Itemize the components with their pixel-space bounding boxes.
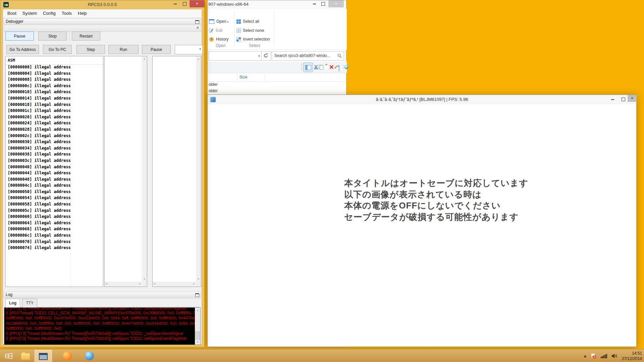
asm-row[interactable]: [0000006c] illegal address bbox=[6, 233, 103, 239]
file-list-item[interactable]: older bbox=[208, 81, 348, 88]
explorer-minimize-button[interactable] bbox=[310, 0, 318, 7]
search-input[interactable]: Search rpcs3-ab0a907-windo... bbox=[272, 51, 344, 61]
properties-icon[interactable] bbox=[339, 65, 339, 71]
address-dropdown-icon[interactable]: ▾ bbox=[258, 54, 260, 58]
explorer-titlebar[interactable]: 907-windows-x86-64 × bbox=[208, 0, 346, 9]
ribbon-select-all-button[interactable]: Select all bbox=[236, 18, 259, 25]
classic-shell-icon[interactable] bbox=[344, 65, 348, 69]
menu-item[interactable]: Help bbox=[75, 9, 90, 17]
asm-row[interactable]: [00000068] illegal address bbox=[6, 227, 103, 233]
menu-item[interactable]: System bbox=[19, 9, 40, 17]
go-to-address-button[interactable]: Go To Address bbox=[6, 45, 39, 54]
asm-row[interactable]: [00000048] illegal address bbox=[6, 177, 103, 183]
go-to-pc-button[interactable]: Go To PC bbox=[43, 45, 72, 54]
address-bar[interactable]: ▾ bbox=[208, 51, 262, 61]
thread-selector-dropdown[interactable]: ▾ bbox=[175, 45, 203, 54]
asm-row[interactable]: [00000024] illegal address bbox=[6, 121, 103, 127]
game-close-button[interactable]: × bbox=[628, 95, 637, 102]
asm-row[interactable]: [0000000c] illegal address bbox=[6, 83, 103, 90]
game-minimize-button[interactable] bbox=[607, 96, 618, 103]
rpcs3-maximize-button[interactable] bbox=[180, 0, 189, 7]
file-list-item[interactable]: older bbox=[208, 88, 348, 94]
asm-row[interactable]: [00000034] illegal address bbox=[6, 146, 103, 152]
dock-float-icon[interactable] bbox=[195, 293, 199, 297]
refresh-button[interactable] bbox=[261, 51, 271, 61]
asm-row[interactable]: [00000058] illegal address bbox=[6, 202, 103, 208]
explorer-close-button[interactable]: × bbox=[328, 0, 344, 7]
explorer-maximize-button[interactable] bbox=[319, 0, 327, 7]
rpcs3-titlebar[interactable]: RPCS3 0.0.0.5 × bbox=[0, 0, 204, 9]
log-console[interactable]: E {PPU[73] Thread (MultiStream PU Thread… bbox=[4, 307, 201, 345]
asm-row[interactable]: [00000018] illegal address bbox=[6, 102, 103, 109]
asm-row[interactable]: [00000044] illegal address bbox=[6, 171, 103, 177]
tab-tty[interactable]: TTY bbox=[22, 299, 37, 308]
ribbon-select-none-button[interactable]: Select none bbox=[236, 27, 264, 34]
asm-row[interactable]: [00000004] illegal address bbox=[6, 71, 103, 77]
taskbar-explorer-button[interactable] bbox=[19, 349, 32, 362]
vertical-scrollbar[interactable]: ▴▾ bbox=[196, 56, 201, 282]
preview-pane-button[interactable] bbox=[303, 63, 313, 72]
asm-row[interactable]: [00000030] illegal address bbox=[6, 139, 103, 146]
game-maximize-button[interactable] bbox=[618, 96, 628, 103]
log-scrollbar[interactable]: ▴ ▾ bbox=[195, 308, 200, 345]
asm-row[interactable]: [0000004c] illegal address bbox=[6, 183, 103, 189]
asm-row[interactable]: [0000003c] illegal address bbox=[6, 158, 103, 165]
stop-button[interactable]: Stop bbox=[38, 32, 67, 41]
asm-row[interactable]: [00000008] illegal address bbox=[6, 77, 103, 83]
asm-row[interactable]: [00000054] illegal address bbox=[6, 195, 103, 202]
asm-row[interactable]: [0000005c] illegal address bbox=[6, 208, 103, 215]
toolbar-drag-handle[interactable] bbox=[301, 64, 302, 70]
asm-row[interactable]: [00000028] illegal address bbox=[6, 127, 103, 133]
file-list-headers[interactable]: Size bbox=[208, 73, 347, 82]
log-dock-header[interactable]: Log bbox=[4, 292, 201, 298]
taskbar-browser-button[interactable] bbox=[83, 349, 96, 362]
tab-log[interactable]: Log bbox=[5, 299, 20, 308]
asm-row[interactable]: [0000001c] illegal address bbox=[6, 108, 103, 115]
ribbon-edit-button[interactable]: Edit bbox=[209, 27, 223, 34]
horizontal-scrollbar[interactable]: ◂▸ bbox=[153, 282, 196, 287]
cut-icon[interactable] bbox=[314, 65, 318, 69]
volume-icon[interactable] bbox=[611, 353, 618, 359]
hidden-icons-chevron[interactable]: ▲ bbox=[584, 354, 586, 358]
menu-item[interactable]: Config bbox=[40, 9, 59, 17]
ribbon-open-button[interactable]: Open bbox=[209, 18, 228, 25]
action-center-flag-icon[interactable] bbox=[591, 353, 596, 359]
rpcs3-minimize-button[interactable] bbox=[171, 0, 179, 7]
start-button[interactable] bbox=[2, 349, 15, 362]
asm-list[interactable]: [00000000] illegal address[00000004] ill… bbox=[6, 65, 103, 287]
menu-item[interactable]: Tools bbox=[59, 9, 75, 17]
asm-row[interactable]: [00000038] illegal address bbox=[6, 152, 103, 158]
search-icon[interactable] bbox=[337, 54, 342, 58]
asm-row[interactable]: [00000060] illegal address bbox=[6, 214, 103, 221]
restart-button[interactable]: Restart bbox=[72, 32, 100, 41]
step-button[interactable]: Step bbox=[76, 45, 105, 54]
ribbon-history-button[interactable]: History bbox=[209, 36, 228, 43]
column-header-size[interactable]: Size bbox=[239, 73, 247, 81]
pause-button-2[interactable]: Pause bbox=[142, 45, 171, 54]
asm-row[interactable]: [00000064] illegal address bbox=[6, 221, 103, 227]
debugger-dock-header[interactable]: Debugger bbox=[4, 18, 201, 25]
dock-float-icon[interactable] bbox=[195, 20, 199, 24]
asm-row[interactable]: [00000074] illegal address bbox=[6, 245, 103, 252]
asm-row[interactable]: [00000070] illegal address bbox=[6, 239, 103, 246]
scrollbar-thumb[interactable] bbox=[195, 331, 200, 340]
rpcs3-close-button[interactable]: × bbox=[190, 0, 205, 7]
asm-row[interactable]: [0000002c] illegal address bbox=[6, 133, 103, 140]
taskbar-firefox-button[interactable] bbox=[60, 349, 74, 362]
tray-clock[interactable]: 14:51 27/12/2014 bbox=[622, 351, 642, 361]
asm-row[interactable]: [00000010] illegal address bbox=[6, 89, 103, 96]
network-signal-icon[interactable] bbox=[601, 354, 607, 358]
run-button[interactable]: Run bbox=[108, 45, 139, 54]
taskbar-active-app-button[interactable] bbox=[35, 350, 52, 362]
asm-row[interactable]: [00000020] illegal address bbox=[6, 115, 103, 121]
horizontal-scrollbar[interactable]: ◂▸ bbox=[105, 282, 142, 287]
vertical-scrollbar[interactable]: ▴▾ bbox=[142, 56, 147, 282]
ribbon-invert-selection-button[interactable]: Invert selection bbox=[236, 36, 270, 43]
asm-row[interactable]: [00000014] illegal address bbox=[6, 96, 103, 102]
dock-close-icon[interactable]: × bbox=[197, 25, 199, 30]
game-titlebar[interactable]: ã·ã‚ˆã·ã‚ˆãƒ†ãƒˆãƒªã‚¹ [BLJM61097] | FPS… bbox=[208, 95, 636, 104]
asm-row[interactable]: [00000000] illegal address bbox=[6, 65, 103, 71]
asm-row[interactable]: [00000040] illegal address bbox=[6, 165, 103, 171]
pause-button[interactable]: Pause bbox=[5, 32, 34, 41]
asm-row[interactable]: [00000050] illegal address bbox=[6, 189, 103, 196]
